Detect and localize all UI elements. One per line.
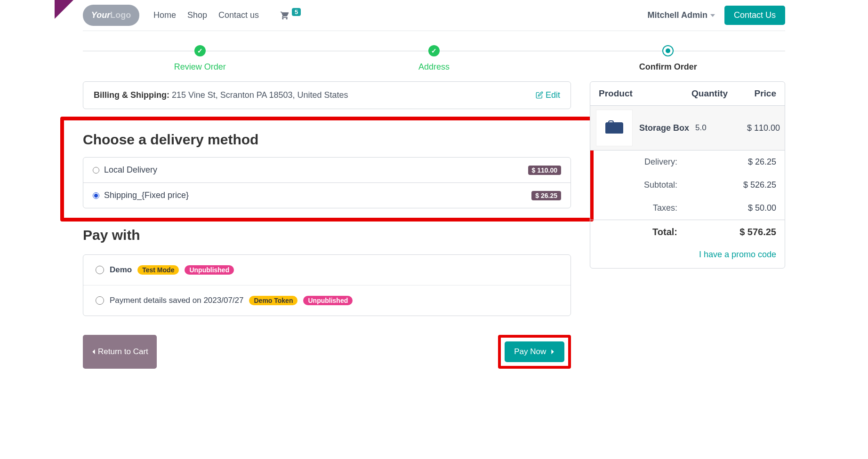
paynow-highlight: Pay Now [498,335,571,369]
wizard-step-confirm: Confirm Order [551,45,785,72]
delivery-heading: Choose a delivery method [83,132,571,148]
edit-address-link[interactable]: Edit [536,90,560,100]
price-badge: $ 26.25 [531,191,561,200]
checkout-wizard: Review Order Address Confirm Order [83,45,785,72]
payment-option-saved[interactable]: Payment details saved on 2023/07/27 Demo… [83,285,571,316]
price-badge: $ 110.00 [528,166,562,175]
chevron-left-icon [91,348,96,355]
chevron-right-icon [550,348,555,355]
header: YourLogo Home Shop Contact us 5 Mitchell… [83,0,785,31]
summary-col-product: Product [599,88,691,99]
summary-delivery-val: $ 26.25 [734,157,776,167]
summary-col-price: Price [739,88,776,99]
edit-icon [536,91,543,99]
check-icon [194,45,206,56]
summary-subtotal-label: Subtotal: [644,180,677,190]
corner-tag [55,0,73,19]
delivery-option-shipping[interactable]: Shipping_{Fixed price} $ 26.25 [83,183,571,208]
pay-now-button[interactable]: Pay Now [505,341,564,362]
delivery-option-local[interactable]: Local Delivery $ 110.00 [83,158,571,183]
summary-taxes-label: Taxes: [653,203,677,213]
delivery-list: Local Delivery $ 110.00 Shipping_{Fixed … [83,157,571,208]
payment-option-demo[interactable]: Demo Test Mode Unpublished [83,255,571,285]
check-icon [428,45,440,56]
delivery-radio-local[interactable] [93,167,99,174]
payment-radio-saved[interactable] [96,296,104,305]
nav-shop[interactable]: Shop [187,10,207,20]
summary-total-label: Total: [652,227,677,237]
summary-col-qty: Quantity [691,88,739,99]
summary-item: Storage Box 5.0 $ 110.00 [590,105,785,150]
payment-list: Demo Test Mode Unpublished Payment detai… [83,254,571,316]
test-mode-badge: Test Mode [137,265,179,275]
nav-home[interactable]: Home [153,10,176,20]
cart-button[interactable]: 5 [280,11,301,20]
promo-code-link[interactable]: I have a promo code [699,250,776,259]
logo[interactable]: YourLogo [83,5,139,26]
summary-total-val: $ 576.25 [734,227,776,237]
cart-badge: 5 [292,8,301,16]
storage-box-icon [605,122,623,134]
cart-icon [280,11,290,20]
payment-radio-demo[interactable] [96,266,104,274]
delivery-highlight: Choose a delivery method Local Delivery … [60,117,594,222]
address-text: 215 Vine St, Scranton PA 18503, United S… [172,90,348,100]
caret-down-icon [710,14,715,17]
delivery-radio-shipping[interactable] [93,192,99,199]
order-summary: Product Quantity Price Storage Box 5.0 $… [590,81,785,269]
address-card: Billing & Shipping: 215 Vine St, Scranto… [83,81,571,109]
return-to-cart-button[interactable]: Return to Cart [83,335,157,369]
nav-contact[interactable]: Contact us [218,10,259,20]
summary-delivery-label: Delivery: [644,157,677,167]
current-step-icon [662,45,674,56]
pay-heading: Pay with [83,227,571,243]
product-image [596,110,633,146]
wizard-step-address[interactable]: Address [317,45,551,72]
unpublished-badge: Unpublished [303,296,353,305]
summary-subtotal-val: $ 526.25 [734,180,776,190]
contact-us-button[interactable]: Contact Us [724,6,785,25]
user-menu[interactable]: Mitchell Admin [648,10,715,20]
address-label: Billing & Shipping: [94,90,169,100]
demo-token-badge: Demo Token [249,296,297,305]
unpublished-badge: Unpublished [185,265,234,275]
wizard-step-review[interactable]: Review Order [83,45,317,72]
summary-taxes-val: $ 50.00 [734,203,776,213]
